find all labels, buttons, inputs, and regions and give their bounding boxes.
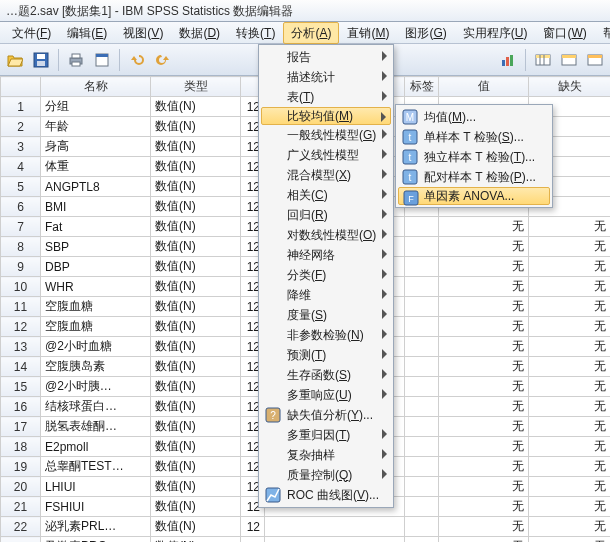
row-header[interactable]: 1 [1, 97, 41, 117]
cell-value[interactable]: 无 [439, 477, 529, 497]
cell-missing[interactable]: 无 [529, 357, 611, 377]
row-header[interactable]: 14 [1, 357, 41, 377]
table-row[interactable]: 22泌乳素PRL…数值(N)12无无 [1, 517, 611, 537]
cell-value[interactable]: 无 [439, 237, 529, 257]
cell-type[interactable]: 数值(N) [151, 297, 241, 317]
cell-missing[interactable]: 无 [529, 517, 611, 537]
col-tag[interactable]: 标签 [405, 77, 439, 97]
cell-name[interactable]: 结核球蛋白… [41, 397, 151, 417]
cell-name[interactable]: 身高 [41, 137, 151, 157]
undo-button[interactable] [126, 49, 148, 71]
row-header[interactable]: 3 [1, 137, 41, 157]
menu-实用程序[interactable]: 实用程序(U) [455, 22, 536, 44]
cell-type[interactable]: 数值(N) [151, 517, 241, 537]
menu-编辑[interactable]: 编辑(E) [59, 22, 115, 44]
analyze-menu-popup[interactable]: 报告描述统计表(T)比较均值(M)一般线性模型(G)广义线性模型混合模型(X)相… [258, 44, 394, 508]
redo-button[interactable] [152, 49, 174, 71]
menu-item-一般线性模型[interactable]: 一般线性模型(G) [261, 125, 391, 145]
menu-item-度量[interactable]: 度量(S) [261, 305, 391, 325]
menu-item-缺失值分析[interactable]: ?缺失值分析(Y)... [261, 405, 391, 425]
menu-item-对数线性模型[interactable]: 对数线性模型(O) [261, 225, 391, 245]
cell-type[interactable]: 数值(N) [151, 317, 241, 337]
cell-width[interactable]: 12 [241, 537, 265, 543]
cell-type[interactable]: 数值(N) [151, 417, 241, 437]
cell-name[interactable]: ANGPTL8 [41, 177, 151, 197]
cell-tag[interactable] [405, 457, 439, 477]
cell-type[interactable]: 数值(N) [151, 237, 241, 257]
cell-type[interactable]: 数值(N) [151, 197, 241, 217]
cell-type[interactable]: 数值(N) [151, 477, 241, 497]
cell-value[interactable]: 无 [439, 537, 529, 543]
compare-means-submenu[interactable]: M均值(M)...t单样本 T 检验(S)...t独立样本 T 检验(T)...… [395, 104, 553, 208]
row-header[interactable]: 18 [1, 437, 41, 457]
cell-tag[interactable] [405, 277, 439, 297]
cell-name[interactable]: E2pmoll [41, 437, 151, 457]
cell-tag[interactable] [405, 417, 439, 437]
menu-item-表[interactable]: 表(T) [261, 87, 391, 107]
menu-item-描述统计[interactable]: 描述统计 [261, 67, 391, 87]
chart-button[interactable] [497, 49, 519, 71]
cell-tag[interactable] [405, 397, 439, 417]
cell-missing[interactable]: 无 [529, 437, 611, 457]
table-row[interactable]: 23孕激素PRO…数值(N)12无无 [1, 537, 611, 543]
cell-tag[interactable] [405, 317, 439, 337]
cell-type[interactable]: 数值(N) [151, 337, 241, 357]
print-button[interactable] [65, 49, 87, 71]
col-missing[interactable]: 缺失 [529, 77, 611, 97]
cell-tag[interactable] [405, 537, 439, 543]
cell-name[interactable]: 空腹血糖 [41, 297, 151, 317]
menu-item-独立样本 T 检验[interactable]: t独立样本 T 检验(T)... [398, 147, 550, 167]
menu-item-报告[interactable]: 报告 [261, 47, 391, 67]
menu-直销[interactable]: 直销(M) [339, 22, 397, 44]
cell-type[interactable]: 数值(N) [151, 137, 241, 157]
cell-tag[interactable] [405, 497, 439, 517]
menu-转换[interactable]: 转换(T) [228, 22, 283, 44]
menu-分析[interactable]: 分析(A) [283, 22, 339, 44]
cell-missing[interactable]: 无 [529, 217, 611, 237]
cell-width[interactable]: 12 [241, 517, 265, 537]
cell-name[interactable]: FSHIUI [41, 497, 151, 517]
cell-missing[interactable]: 无 [529, 477, 611, 497]
menu-item-配对样本 T 检验[interactable]: t配对样本 T 检验(P)... [398, 167, 550, 187]
cell-tag[interactable] [405, 257, 439, 277]
cell-value[interactable]: 无 [439, 297, 529, 317]
row-header[interactable]: 17 [1, 417, 41, 437]
cell-tag[interactable] [405, 237, 439, 257]
cell-value[interactable]: 无 [439, 457, 529, 477]
menu-item-质量控制[interactable]: 质量控制(Q) [261, 465, 391, 485]
cell-tag[interactable] [405, 377, 439, 397]
cell-value[interactable]: 无 [439, 277, 529, 297]
cell-missing[interactable]: 无 [529, 337, 611, 357]
menu-item-单因素 ANOVA[interactable]: F单因素 ANOVA... [398, 187, 550, 205]
col-name[interactable]: 名称 [41, 77, 151, 97]
cell-name[interactable]: 体重 [41, 157, 151, 177]
menu-item-复杂抽样[interactable]: 复杂抽样 [261, 445, 391, 465]
cell-name[interactable]: 脱氢表雄酮… [41, 417, 151, 437]
menu-item-回归[interactable]: 回归(R) [261, 205, 391, 225]
col-type[interactable]: 类型 [151, 77, 241, 97]
cell-tag[interactable] [405, 517, 439, 537]
cell-missing[interactable]: 无 [529, 417, 611, 437]
cell-name[interactable]: WHR [41, 277, 151, 297]
cell-name[interactable]: DBP [41, 257, 151, 277]
menu-item-预测[interactable]: 预测(T) [261, 345, 391, 365]
cell-name[interactable]: 泌乳素PRL… [41, 517, 151, 537]
cell-name[interactable]: 总睾酮TEST… [41, 457, 151, 477]
cell-value[interactable]: 无 [439, 357, 529, 377]
cell-value[interactable]: 无 [439, 437, 529, 457]
cell-tag[interactable] [405, 297, 439, 317]
row-header[interactable]: 19 [1, 457, 41, 477]
col-value[interactable]: 值 [439, 77, 529, 97]
save-button[interactable] [30, 49, 52, 71]
row-header[interactable]: 5 [1, 177, 41, 197]
cell-value[interactable]: 无 [439, 397, 529, 417]
cell-tag[interactable] [405, 337, 439, 357]
cell-value[interactable]: 无 [439, 377, 529, 397]
use-sets-button[interactable] [584, 49, 606, 71]
cell-name[interactable]: @2小时血糖 [41, 337, 151, 357]
cell-name[interactable]: BMI [41, 197, 151, 217]
cell-tag[interactable] [405, 217, 439, 237]
row-header[interactable]: 21 [1, 497, 41, 517]
menu-item-比较均值[interactable]: 比较均值(M) [261, 107, 391, 125]
cell-type[interactable]: 数值(N) [151, 217, 241, 237]
